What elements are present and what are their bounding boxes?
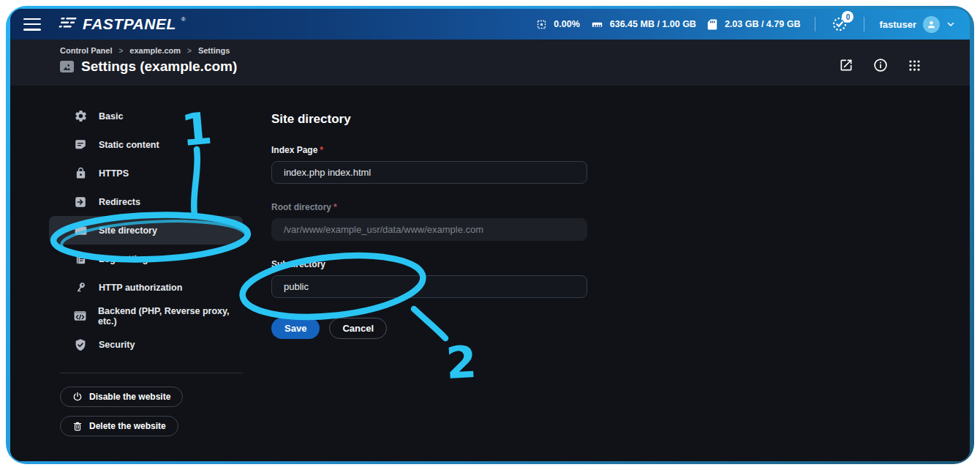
sidebar-item-label: Redirects (99, 197, 140, 207)
sidebar-item-backend[interactable]: Backend (PHP, Reverse proxy, etc.) (49, 302, 243, 330)
sidebar-item-redirects[interactable]: Redirects (49, 187, 243, 216)
external-link-icon (839, 58, 853, 72)
registered-mark: ® (181, 16, 186, 23)
document-icon (73, 138, 88, 152)
subdirectory-label: Subdirectory (271, 259, 587, 269)
breadcrumb-separator: > (187, 47, 192, 55)
cpu-value: 0.00% (554, 19, 579, 29)
sidebar-item-basic[interactable]: Basic (49, 102, 243, 130)
notifications-button[interactable]: 0 (830, 15, 849, 34)
cpu-usage: 0.00% (535, 18, 579, 31)
settings-sidebar: Basic Static content HTTPS (10, 86, 230, 461)
index-page-field-group: Index Page* (271, 145, 587, 184)
shield-check-icon (73, 337, 88, 352)
top-bar: FASTPANEL ® 0.00% (10, 9, 970, 40)
redirect-arrow-icon (73, 195, 88, 209)
sidebar-item-label: Backend (PHP, Reverse proxy, etc.) (98, 306, 243, 327)
folder-icon (73, 223, 88, 238)
sidebar-item-label: Site directory (99, 225, 157, 236)
power-icon (72, 392, 83, 402)
sidebar-item-label: Basic (99, 111, 123, 122)
sidebar-item-label: HTTPS (99, 168, 129, 179)
cpu-icon (535, 18, 548, 31)
sidebar-divider (60, 373, 243, 373)
topbar-status-area: 0.00% 636.45 MB / 1.00 GB (535, 15, 955, 34)
topbar-separator (864, 17, 864, 31)
required-asterisk: * (320, 145, 323, 155)
breadcrumb-control-panel[interactable]: Control Panel (60, 46, 113, 55)
avatar (923, 16, 940, 33)
disk-usage: 2.03 GB / 4.79 GB (706, 18, 801, 31)
breadcrumb-settings[interactable]: Settings (198, 46, 230, 55)
lock-item[interactable]: HTTPS (49, 159, 243, 187)
delete-website-label: Delete the website (89, 421, 166, 431)
trash-icon (72, 421, 83, 431)
root-directory-label: Root directory* (271, 202, 587, 212)
sidebar-item-label: Log settings (99, 254, 153, 264)
index-page-label: Index Page* (271, 145, 587, 155)
site-favicon-icon (60, 61, 74, 72)
logo-text: FASTPANEL (83, 17, 176, 31)
disk-icon (706, 18, 719, 31)
sidebar-item-security[interactable]: Security (49, 330, 243, 359)
apps-grid-button[interactable] (908, 59, 921, 72)
log-file-icon (73, 252, 88, 266)
person-icon (926, 19, 937, 30)
user-menu[interactable]: fastuser (879, 16, 955, 33)
fastpanel-logo[interactable]: FASTPANEL ® (59, 17, 186, 31)
equalizer-icon (59, 17, 78, 30)
breadcrumb: Control Panel > example.com > Settings (60, 46, 237, 55)
index-page-input[interactable] (271, 161, 587, 184)
save-button[interactable]: Save (271, 318, 320, 339)
disk-value: 2.03 GB / 4.79 GB (725, 19, 801, 29)
disable-website-button[interactable]: Disable the website (60, 387, 183, 407)
username: fastuser (879, 19, 916, 30)
sidebar-item-static-content[interactable]: Static content (49, 130, 243, 159)
app-window: FASTPANEL ® 0.00% (10, 9, 970, 461)
notification-badge: 0 (842, 11, 853, 23)
topbar-separator (815, 17, 815, 31)
sidebar-item-log-settings[interactable]: Log settings (49, 245, 243, 273)
breadcrumb-site[interactable]: example.com (129, 46, 181, 55)
grid-dots-icon (908, 59, 921, 72)
lock-icon (73, 166, 88, 181)
cancel-button[interactable]: Cancel (329, 318, 387, 339)
sidebar-item-label: Static content (99, 140, 159, 150)
sidebar-item-label: Security (99, 340, 135, 350)
chevron-down-icon (946, 20, 955, 29)
disable-website-label: Disable the website (89, 392, 170, 402)
ram-icon (590, 18, 604, 31)
page-title: Settings (example.com) (81, 59, 237, 75)
screenshot-page: FASTPANEL ® 0.00% (0, 0, 980, 470)
memory-usage: 636.45 MB / 1.00 GB (590, 18, 696, 31)
required-asterisk: * (333, 202, 337, 212)
header-actions (839, 58, 921, 72)
sidebar-item-http-authorization[interactable]: HTTP authorization (49, 273, 243, 302)
memory-value: 636.45 MB / 1.00 GB (610, 19, 696, 29)
site-directory-form: Site directory Index Page* Root director… (230, 86, 970, 461)
subdirectory-field-group: Subdirectory (271, 259, 587, 298)
sidebar-item-site-directory[interactable]: Site directory (49, 216, 243, 245)
info-button[interactable] (873, 58, 888, 72)
form-heading: Site directory (271, 112, 970, 127)
content-area: Basic Static content HTTPS (10, 86, 970, 461)
gear-icon (73, 109, 88, 124)
info-icon (873, 58, 888, 72)
sidebar-item-label: HTTP authorization (99, 283, 182, 293)
key-icon (73, 280, 88, 295)
root-directory-input (271, 218, 587, 241)
delete-website-button[interactable]: Delete the website (60, 416, 178, 436)
hamburger-menu-icon[interactable] (23, 18, 41, 31)
subdirectory-input[interactable] (271, 275, 587, 298)
root-directory-field-group: Root directory* (271, 202, 587, 241)
code-icon (73, 309, 87, 324)
page-header: Control Panel > example.com > Settings S… (10, 40, 970, 86)
open-site-button[interactable] (839, 58, 853, 72)
breadcrumb-separator: > (119, 47, 124, 55)
